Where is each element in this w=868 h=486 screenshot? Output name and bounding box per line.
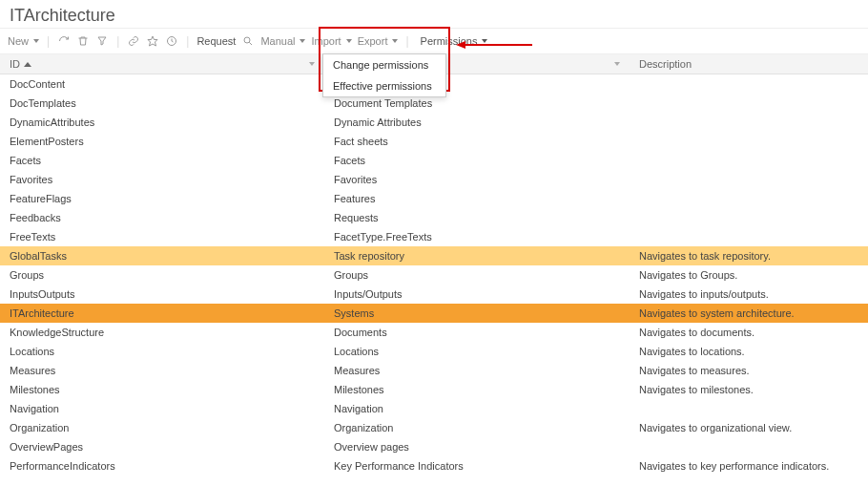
permissions-button[interactable]: Permissions <box>421 35 488 47</box>
chevron-down-icon[interactable] <box>614 62 620 66</box>
cell-id: FeatureFlags <box>0 190 324 207</box>
cell-id: InputsOutputs <box>0 285 324 303</box>
cell-description: Navigates to inputs/outputs. <box>630 285 868 303</box>
cell-id: FreeTexts <box>0 228 324 245</box>
cell-description <box>630 234 868 240</box>
sort-asc-icon <box>24 62 31 67</box>
cell-description <box>630 138 868 144</box>
filter-icon[interactable] <box>95 34 109 48</box>
cell-name: Facets <box>324 152 630 169</box>
svg-marker-2 <box>148 36 157 46</box>
cell-name: FacetType.FreeTexts <box>324 228 630 245</box>
separator: | <box>45 34 52 48</box>
cell-id: ITArchitecture <box>0 305 324 322</box>
star-icon[interactable] <box>146 34 159 48</box>
cell-name: Measures <box>324 362 630 379</box>
cell-name: Dynamic Attributes <box>324 114 630 131</box>
effective-permissions-item[interactable]: Effective permissions <box>323 75 445 96</box>
table-row[interactable]: GroupsGroupsNavigates to Groups. <box>0 265 868 285</box>
table-row[interactable]: InputsOutputsInputs/OutputsNavigates to … <box>0 285 868 304</box>
svg-line-5 <box>250 42 253 45</box>
table-row[interactable]: OrganizationOrganizationNavigates to org… <box>0 418 868 437</box>
column-header-id[interactable]: ID <box>0 54 324 74</box>
cell-name: Documents <box>324 324 630 341</box>
separator: | <box>114 34 121 48</box>
cell-description <box>630 158 868 163</box>
search-icon[interactable] <box>241 34 255 48</box>
cell-name: Fact sheets <box>324 133 630 150</box>
permissions-dropdown: Change permissions Effective permissions <box>322 53 446 97</box>
cell-name: Milestones <box>324 381 630 398</box>
export-button[interactable]: Export <box>358 35 399 47</box>
table-row[interactable]: ITArchitectureSystemsNavigates to system… <box>0 304 868 323</box>
table-row[interactable]: FreeTextsFacetType.FreeTexts <box>0 227 868 246</box>
change-permissions-item[interactable]: Change permissions <box>323 54 445 75</box>
table-row[interactable]: MilestonesMilestonesNavigates to milesto… <box>0 380 868 399</box>
cell-id: Organization <box>0 419 324 436</box>
column-header-description[interactable]: Description <box>630 54 868 74</box>
cell-name: Navigation <box>324 400 630 417</box>
refresh-icon[interactable] <box>57 34 71 48</box>
cell-id: KnowledgeStructure <box>0 324 324 341</box>
table-row[interactable]: DynamicAttributesDynamic Attributes <box>0 113 868 132</box>
cell-name: Inputs/Outputs <box>324 285 630 303</box>
table-row[interactable]: NavigationNavigation <box>0 399 868 418</box>
cell-description <box>630 81 868 87</box>
cell-id: Groups <box>0 266 324 284</box>
table-row[interactable]: OverviewPagesOverview pages <box>0 437 868 456</box>
cell-id: DocTemplates <box>0 95 324 112</box>
cell-name: Features <box>324 190 630 207</box>
cell-description <box>630 119 868 125</box>
cell-description <box>630 444 868 450</box>
cell-id: ElementPosters <box>0 133 324 150</box>
cell-id: Favorites <box>0 171 324 188</box>
cell-description: Navigates to locations. <box>630 343 868 360</box>
cell-id: PerformanceIndicators <box>0 457 324 475</box>
cell-description: Navigates to key performance indicators. <box>630 457 868 475</box>
cell-description: Navigates to system architecture. <box>630 305 868 322</box>
cell-description: Navigates to organizational view. <box>630 419 868 436</box>
cell-id: OverviewPages <box>0 438 324 455</box>
request-button[interactable]: Request <box>196 35 236 47</box>
table-row[interactable]: FacetsFacets <box>0 151 868 170</box>
cell-name: Overview pages <box>324 438 630 455</box>
cell-name: Systems <box>324 305 630 322</box>
separator: | <box>184 34 191 48</box>
cell-name: Groups <box>324 266 630 284</box>
table-row[interactable]: PerformanceIndicatorsKey Performance Ind… <box>0 456 868 475</box>
cell-id: Milestones <box>0 381 324 398</box>
chevron-down-icon[interactable] <box>309 62 315 66</box>
import-button[interactable]: Import <box>311 35 351 47</box>
table-row[interactable]: FavoritesFavorites <box>0 170 868 189</box>
cell-name: Requests <box>324 209 630 226</box>
cell-name: Locations <box>324 343 630 360</box>
svg-point-4 <box>244 37 250 43</box>
cell-description: Navigates to documents. <box>630 324 868 341</box>
cell-id: DynamicAttributes <box>0 114 324 131</box>
manual-button[interactable]: Manual <box>260 35 305 47</box>
data-grid: ID Name Description DocContentDocCo...Do… <box>0 54 868 475</box>
link-icon[interactable] <box>127 34 140 48</box>
table-row[interactable]: FeedbacksRequests <box>0 208 868 227</box>
new-button[interactable]: New <box>8 35 39 47</box>
table-row[interactable]: LocationsLocationsNavigates to locations… <box>0 342 868 361</box>
table-row[interactable]: GlobalTasksTask repositoryNavigates to t… <box>0 246 868 265</box>
trash-icon[interactable] <box>76 34 90 48</box>
cell-id: GlobalTasks <box>0 247 324 264</box>
table-row[interactable]: MeasuresMeasuresNavigates to measures. <box>0 361 868 380</box>
cell-description: Navigates to Groups. <box>630 266 868 284</box>
table-row[interactable]: ElementPostersFact sheets <box>0 132 868 151</box>
cell-name: Key Performance Indicators <box>324 457 630 475</box>
cell-id: DocContent <box>0 75 324 93</box>
toolbar: New | | | Request Manual Import <box>0 28 868 54</box>
table-row[interactable]: KnowledgeStructureDocumentsNavigates to … <box>0 323 868 342</box>
cell-id: Navigation <box>0 400 324 417</box>
history-icon[interactable] <box>165 34 178 48</box>
cell-name: Organization <box>324 419 630 436</box>
cell-name: Favorites <box>324 171 630 188</box>
cell-description <box>630 406 868 412</box>
cell-description <box>630 196 868 201</box>
table-row[interactable]: FeatureFlagsFeatures <box>0 189 868 208</box>
cell-description <box>630 215 868 221</box>
cell-name: Task repository <box>324 247 630 264</box>
